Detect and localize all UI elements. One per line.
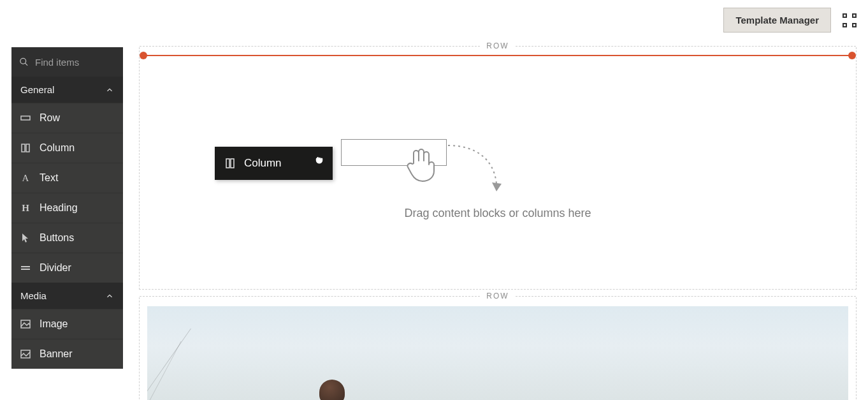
column-icon xyxy=(20,144,31,152)
drag-arrow-icon xyxy=(445,142,507,196)
row-label: ROW xyxy=(480,41,515,50)
section-general[interactable]: General xyxy=(11,77,123,103)
sidebar-item-label: Text xyxy=(40,172,58,184)
sidebar-item-image[interactable]: Image xyxy=(11,309,123,339)
sidebar-item-banner[interactable]: Banner xyxy=(11,339,123,369)
drag-chip-label: Column xyxy=(244,157,282,170)
drag-hand-icon xyxy=(405,145,437,184)
selection-line xyxy=(142,55,853,56)
sidebar-item-label: Row xyxy=(40,112,60,124)
svg-rect-11 xyxy=(226,159,229,168)
section-general-label: General xyxy=(20,84,54,95)
banner-image xyxy=(147,306,848,400)
svg-rect-2 xyxy=(21,116,30,120)
sidebar-item-heading[interactable]: H Heading xyxy=(11,193,123,223)
svg-rect-4 xyxy=(26,144,29,152)
drop-instruction-text: Drag content blocks or columns here xyxy=(140,207,856,220)
template-manager-button[interactable]: Template Manager xyxy=(723,8,831,33)
svg-marker-5 xyxy=(22,233,28,242)
fullscreen-icon[interactable] xyxy=(843,13,857,27)
sidebar-item-row[interactable]: Row xyxy=(11,103,123,133)
cursor-icon xyxy=(20,233,31,243)
svg-rect-12 xyxy=(231,159,234,168)
svg-line-1 xyxy=(25,63,27,66)
search-box[interactable] xyxy=(11,47,123,77)
row-container[interactable]: ROW xyxy=(139,297,857,400)
resize-handle-right[interactable] xyxy=(848,52,856,59)
sidebar-item-column[interactable]: Column xyxy=(11,133,123,163)
svg-point-0 xyxy=(20,58,26,64)
sidebar-item-text[interactable]: A Text xyxy=(11,163,123,193)
banner-icon xyxy=(20,350,31,359)
row-container[interactable]: ROW Drag content blocks or columns here xyxy=(139,47,857,290)
sidebar-item-label: Divider xyxy=(40,262,71,274)
heading-icon: H xyxy=(20,203,31,214)
svg-marker-10 xyxy=(492,182,502,191)
sidebar-item-label: Column xyxy=(40,142,75,154)
sidebar: General Row Column A Text H Heading Butt… xyxy=(11,47,123,369)
canvas: ROW Drag content blocks or columns here xyxy=(139,41,857,400)
sidebar-item-label: Buttons xyxy=(40,232,74,244)
svg-rect-3 xyxy=(22,144,25,152)
column-icon xyxy=(225,158,235,168)
sidebar-item-label: Image xyxy=(40,318,68,330)
sidebar-item-divider[interactable]: Divider xyxy=(11,253,123,283)
sidebar-item-label: Banner xyxy=(40,348,73,360)
text-icon: A xyxy=(20,173,31,184)
search-icon xyxy=(19,56,29,68)
section-media[interactable]: Media xyxy=(11,283,123,309)
row-label: ROW xyxy=(480,292,515,300)
search-input[interactable] xyxy=(35,57,115,68)
chevron-up-icon xyxy=(105,292,114,300)
dragging-column-chip[interactable]: Column xyxy=(215,147,333,180)
chevron-up-icon xyxy=(105,85,114,94)
sidebar-item-buttons[interactable]: Buttons xyxy=(11,223,123,253)
row-icon xyxy=(20,114,31,122)
section-media-label: Media xyxy=(20,290,47,301)
grabbing-icon xyxy=(314,153,325,165)
divider-icon xyxy=(20,264,31,272)
image-icon xyxy=(20,320,31,329)
resize-handle-left[interactable] xyxy=(140,52,147,59)
sidebar-item-label: Heading xyxy=(40,202,78,214)
